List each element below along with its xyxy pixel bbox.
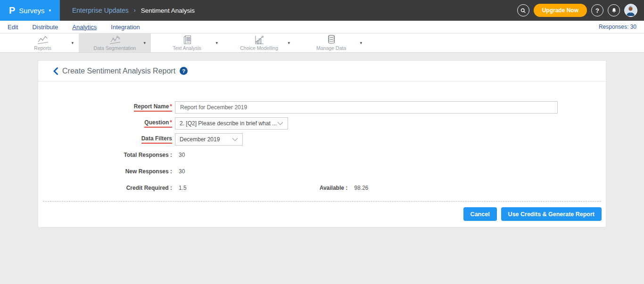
chevron-left-icon (53, 67, 58, 75)
breadcrumb-parent[interactable]: Enterprise Updates (72, 7, 129, 14)
analytics-toolbar: Reports ▾ Data Segmentation ▾ Text Analy… (0, 33, 644, 53)
panel-footer: Cancel Use Credits & Generate Report (38, 202, 606, 227)
line-chart-icon (37, 35, 49, 45)
toolbar-item-text-analysis[interactable]: Text Analysis ▾ (151, 33, 223, 52)
chevron-down-icon[interactable]: ▾ (143, 41, 146, 45)
tab-distribute[interactable]: Distribute (32, 24, 58, 31)
tab-analytics[interactable]: Analytics (72, 24, 97, 31)
toolbar-item-reports[interactable]: Reports ▾ (7, 33, 79, 52)
back-button[interactable] (53, 67, 58, 75)
toolbar-item-manage-data[interactable]: Manage Data ▾ (295, 33, 367, 52)
brand-menu[interactable]: P Surveys ▾ (0, 0, 60, 21)
tab-edit[interactable]: Edit (8, 24, 18, 31)
avatar-image (625, 4, 636, 16)
chevron-down-icon (277, 122, 283, 125)
chevron-down-icon: ▾ (49, 8, 51, 13)
choice-chart-icon (254, 35, 265, 45)
toolbar-item-label: Text Analysis (173, 45, 201, 51)
total-responses-value: 30 (179, 152, 185, 158)
required-asterisk: * (170, 119, 172, 126)
toolbar-item-choice-modelling[interactable]: Choice Modelling ▾ (223, 33, 295, 52)
question-select-value: 2. [Q2] Please describe in brief what ..… (180, 120, 277, 127)
new-responses-label: New Responses : (38, 168, 172, 175)
credit-required-label: Credit Required : (38, 185, 172, 191)
create-report-form: Report Name* Question* 2. [Q2] Please de… (38, 81, 606, 227)
title-help-icon[interactable]: ? (180, 67, 188, 75)
search-icon (520, 8, 526, 14)
topbar-actions: Upgrade Now ? (517, 4, 644, 17)
toolbar-item-data-segmentation[interactable]: Data Segmentation ▾ (79, 33, 151, 52)
help-button[interactable]: ? (591, 4, 603, 16)
bell-icon (611, 8, 617, 14)
toolbar-item-label: Choice Modelling (240, 45, 278, 51)
available-credits-value: 98.26 (354, 185, 368, 191)
report-name-label: Report Name* (38, 103, 172, 112)
data-filters-row: Data Filters December 2019 (38, 133, 606, 146)
credit-required-row: Credit Required : 1.5 Available : 98.26 (38, 185, 606, 191)
questionpro-logo: P (9, 5, 15, 16)
breadcrumb-current: Sentiment Analysis (141, 7, 195, 14)
chevron-down-icon[interactable]: ▾ (288, 41, 290, 45)
chevron-down-icon[interactable]: ▾ (215, 41, 218, 45)
toolbar-item-label: Reports (34, 45, 51, 51)
question-mark-icon: ? (595, 7, 599, 14)
new-responses-value: 30 (179, 168, 185, 175)
toolbar-item-label: Data Segmentation (94, 45, 136, 51)
panel-header: Create Sentiment Analysis Report ? (38, 61, 606, 81)
chevron-down-icon[interactable]: ▾ (71, 41, 74, 45)
data-filters-select[interactable]: December 2019 (175, 133, 243, 146)
tab-integration[interactable]: Integration (111, 24, 140, 31)
database-icon (326, 35, 337, 45)
responses-count[interactable]: Responses: 30 (599, 24, 636, 30)
new-responses-row: New Responses : 30 (38, 168, 606, 175)
toolbar-item-label: Manage Data (316, 45, 346, 51)
product-name: Surveys (19, 7, 44, 15)
required-asterisk: * (170, 103, 172, 110)
total-responses-row: Total Responses : 30 (38, 152, 606, 158)
cancel-button[interactable]: Cancel (463, 207, 497, 221)
create-report-panel: Create Sentiment Analysis Report ? Repor… (38, 60, 606, 227)
page-title: Create Sentiment Analysis Report (62, 67, 175, 75)
upgrade-now-button[interactable]: Upgrade Now (534, 4, 587, 17)
generate-report-button[interactable]: Use Credits & Generate Report (501, 207, 602, 221)
total-responses-label: Total Responses : (38, 152, 172, 158)
notifications-button[interactable] (608, 4, 620, 16)
question-row: Question* 2. [Q2] Please describe in bri… (38, 117, 606, 130)
text-document-icon (182, 35, 192, 45)
data-filters-select-value: December 2019 (180, 136, 220, 143)
account-avatar[interactable] (624, 4, 637, 17)
report-name-input[interactable] (175, 101, 558, 114)
chevron-down-icon (232, 138, 238, 141)
question-label: Question* (38, 119, 172, 128)
data-filters-label: Data Filters (38, 135, 172, 144)
available-credits-label: Available : (320, 185, 348, 191)
chevron-down-icon[interactable]: ▾ (360, 41, 362, 45)
breadcrumb: Enterprise Updates › Sentiment Analysis (72, 7, 195, 14)
survey-nav: Edit Distribute Analytics Integration Re… (0, 21, 644, 33)
report-name-row: Report Name* (38, 101, 606, 114)
search-button[interactable] (517, 4, 529, 16)
breadcrumb-separator: › (134, 7, 136, 14)
scatter-chart-icon (109, 35, 121, 45)
top-bar: P Surveys ▾ Enterprise Updates › Sentime… (0, 0, 644, 21)
credit-required-value: 1.5 (179, 185, 187, 191)
question-select[interactable]: 2. [Q2] Please describe in brief what ..… (175, 117, 288, 130)
